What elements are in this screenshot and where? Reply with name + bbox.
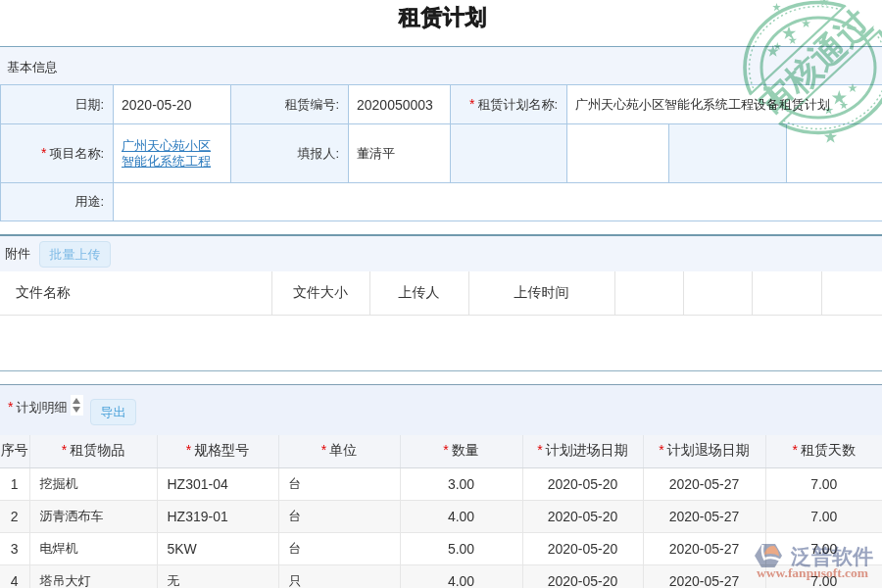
- svg-text:www.fanpusoft.com: www.fanpusoft.com: [757, 565, 869, 580]
- svg-text:审核通过: 审核通过: [752, 2, 878, 123]
- svg-text:泛普软件: 泛普软件: [790, 545, 873, 567]
